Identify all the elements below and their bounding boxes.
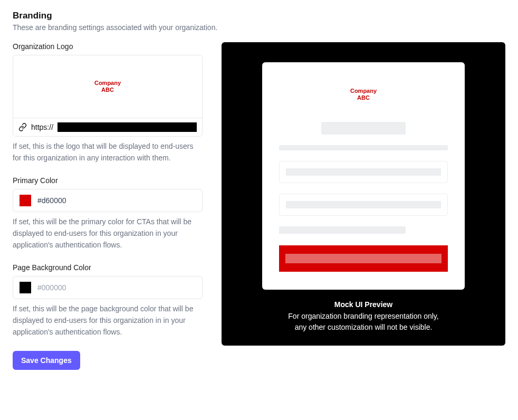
link-icon bbox=[18, 123, 27, 131]
bg-color-input[interactable] bbox=[37, 283, 196, 292]
mock-title-bar bbox=[321, 122, 406, 135]
preview-caption-title: Mock UI Preview bbox=[288, 300, 438, 309]
bg-color-field: Page Background Color If set, this will … bbox=[13, 263, 203, 338]
logo-url-redacted bbox=[57, 122, 197, 132]
org-logo-help: If set, this is the logo that will be di… bbox=[13, 141, 203, 164]
bg-color-swatch[interactable] bbox=[20, 282, 31, 293]
mock-logo-line1: Company bbox=[350, 88, 377, 94]
bg-color-label: Page Background Color bbox=[13, 263, 203, 272]
org-logo-field: Organization Logo Company ABC https:// bbox=[13, 42, 203, 164]
preview-column: Company ABC Mock UI Preview For organiza… bbox=[222, 42, 505, 370]
preview-caption: Mock UI Preview For organization brandin… bbox=[288, 300, 438, 333]
company-logo-line2: ABC bbox=[101, 87, 114, 93]
mock-line bbox=[279, 145, 448, 150]
org-logo-label: Organization Logo bbox=[13, 42, 203, 51]
primary-color-field: Primary Color If set, this will be the p… bbox=[13, 176, 203, 251]
org-logo-url-row[interactable]: https:// bbox=[13, 118, 202, 136]
mock-logo-line2: ABC bbox=[357, 94, 370, 101]
primary-color-row[interactable] bbox=[13, 189, 203, 212]
primary-color-input[interactable] bbox=[37, 196, 196, 205]
preview-panel: Company ABC Mock UI Preview For organiza… bbox=[222, 42, 505, 346]
logo-url-prefix: https:// bbox=[31, 123, 53, 131]
mock-cta-button bbox=[279, 245, 448, 272]
mock-input-2 bbox=[279, 194, 448, 216]
settings-column: Organization Logo Company ABC https:// bbox=[13, 42, 203, 370]
company-logo-line1: Company bbox=[94, 80, 121, 86]
preview-caption-line2: any other customization will not be visi… bbox=[288, 322, 438, 333]
page-title: Branding bbox=[13, 11, 505, 21]
org-logo-card: Company ABC https:// bbox=[13, 55, 203, 137]
mock-small-line bbox=[279, 226, 406, 234]
primary-color-swatch[interactable] bbox=[20, 195, 31, 206]
org-logo-preview: Company ABC bbox=[13, 55, 202, 118]
mock-input-1 bbox=[279, 161, 448, 183]
primary-color-help: If set, this will be the primary color f… bbox=[13, 216, 203, 251]
mock-card: Company ABC bbox=[262, 62, 465, 290]
preview-caption-line1: For organization branding representation… bbox=[288, 311, 438, 322]
page-description: These are branding settings associated w… bbox=[13, 23, 505, 32]
bg-color-help: If set, this will be the page background… bbox=[13, 303, 203, 338]
company-logo: Company ABC bbox=[94, 80, 121, 93]
mock-logo: Company ABC bbox=[350, 88, 377, 101]
save-button[interactable]: Save Changes bbox=[13, 351, 80, 370]
bg-color-row[interactable] bbox=[13, 276, 203, 299]
primary-color-label: Primary Color bbox=[13, 176, 203, 185]
